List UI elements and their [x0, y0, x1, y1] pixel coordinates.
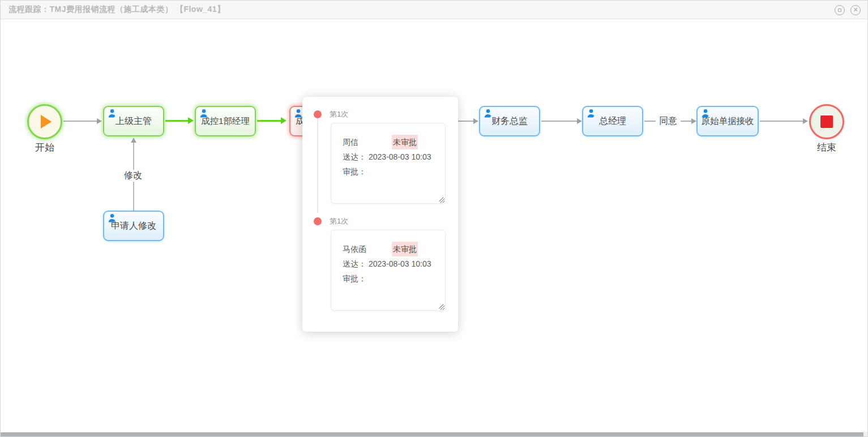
horizontal-scrollbar[interactable] [1, 432, 867, 436]
approver-row: 马依函 未审批 [343, 242, 445, 256]
timeline-connector [317, 118, 318, 213]
edge-receipt-end-arrowhead [803, 118, 808, 124]
approve-label: 审批： [343, 167, 366, 176]
approver-row: 周信 未审批 [343, 135, 445, 149]
approver-name: 周信 [343, 138, 358, 147]
status-badge: 未审批 [392, 242, 418, 256]
node-label: 申请人修改 [111, 220, 156, 232]
person-icon [293, 109, 303, 118]
resize-handle-icon[interactable] [437, 302, 443, 309]
horizontal-scrollbar-thumb[interactable] [1, 432, 863, 436]
delivered-time: 2023-08-03 10:03 [369, 259, 431, 268]
person-icon [107, 213, 117, 223]
approval-entry-header: 第1次 [314, 109, 458, 119]
edge-superior-costctrl1 [165, 120, 189, 122]
edge-label-agree: 同意 [656, 115, 681, 127]
node-label: 总经理 [599, 115, 626, 127]
flow-node-costctrl1[interactable]: 成控1部经理 [195, 106, 256, 136]
stop-icon [820, 115, 833, 128]
edge-finance-gm [541, 121, 578, 122]
approval-entry: 第1次 马依函 未审批 送达：2023-08-03 10:03 审批： [302, 204, 458, 311]
resize-handle-icon[interactable] [437, 195, 443, 202]
delivered-label: 送达： [343, 259, 366, 268]
start-node[interactable] [27, 104, 62, 139]
edge-start-superior-arrowhead [97, 118, 102, 124]
delivered-row: 送达：2023-08-03 10:03 [343, 256, 445, 271]
window-title: 流程跟踪：TMJ费用报销流程（施工成本类） 【Flow_41】 [8, 5, 225, 15]
delivered-row: 送达：2023-08-03 10:03 [343, 149, 445, 164]
window-controls: ✕ [835, 1, 861, 19]
person-icon [199, 109, 208, 118]
edge-start-superior [63, 121, 97, 122]
timeline-dot [314, 110, 322, 118]
edge-receipt-end [760, 121, 803, 122]
node-label: 上级主管 [116, 115, 152, 127]
maximize-button[interactable] [835, 5, 845, 15]
edge-costctrl1-costctrl2 [257, 120, 281, 122]
title-bar: 流程跟踪：TMJ费用报销流程（施工成本类） 【Flow_41】 ✕ [1, 1, 867, 19]
edge-superior-costctrl1-arrowhead [188, 117, 194, 124]
person-icon [483, 109, 493, 118]
flow-canvas: 同意 修改 开始 结束 上级主管 成控1部经理 成控2部经理 [1, 20, 867, 432]
end-node[interactable] [809, 104, 844, 139]
round-label: 第1次 [330, 109, 348, 119]
maximize-icon [838, 8, 841, 12]
delivered-label: 送达： [343, 152, 366, 161]
flow-node-superior[interactable]: 上级主管 [103, 106, 164, 136]
play-icon [41, 115, 52, 128]
approval-entry-header: 第1次 [314, 216, 458, 226]
node-label: 财务总监 [491, 115, 528, 127]
edge-modify-superior-arrowhead [131, 138, 136, 143]
approver-name: 马依函 [343, 245, 366, 254]
flow-node-receipt[interactable]: 原始单据接收 [696, 106, 759, 136]
close-icon: ✕ [853, 7, 858, 13]
flow-node-finance[interactable]: 财务总监 [479, 106, 540, 136]
approve-row: 审批： [343, 271, 445, 286]
edge-costctrl1-costctrl2-arrowhead [281, 117, 287, 124]
status-badge: 未审批 [392, 135, 418, 149]
process-tracking-window: 流程跟踪：TMJ费用报销流程（施工成本类） 【Flow_41】 ✕ 同意 修改 [0, 0, 868, 437]
round-label: 第1次 [330, 216, 348, 226]
approval-entry: 第1次 周信 未审批 送达：2023-08-03 10:03 审批： [302, 97, 458, 204]
person-icon [107, 109, 117, 118]
person-icon [586, 109, 596, 118]
approval-card[interactable]: 周信 未审批 送达：2023-08-03 10:03 审批： [331, 123, 446, 204]
edge-gm-receipt-arrowhead [691, 118, 696, 124]
end-label: 结束 [807, 141, 846, 154]
flow-node-gm[interactable]: 总经理 [582, 106, 643, 136]
person-icon [700, 109, 710, 118]
edge-costctrl2-finance-arrowhead [473, 118, 478, 124]
approval-history-popup: 第1次 周信 未审批 送达：2023-08-03 10:03 审批： [302, 97, 458, 332]
edge-finance-gm-arrowhead [577, 118, 582, 124]
approve-row: 审批： [343, 164, 445, 179]
timeline-dot [314, 217, 322, 225]
close-button[interactable]: ✕ [850, 5, 861, 15]
approve-label: 审批： [343, 274, 366, 283]
edge-label-modify: 修改 [121, 170, 146, 182]
flow-node-modify[interactable]: 申请人修改 [103, 211, 164, 241]
delivered-time: 2023-08-03 10:03 [369, 152, 431, 161]
approval-card[interactable]: 马依函 未审批 送达：2023-08-03 10:03 审批： [331, 230, 446, 311]
start-label: 开始 [25, 141, 65, 154]
